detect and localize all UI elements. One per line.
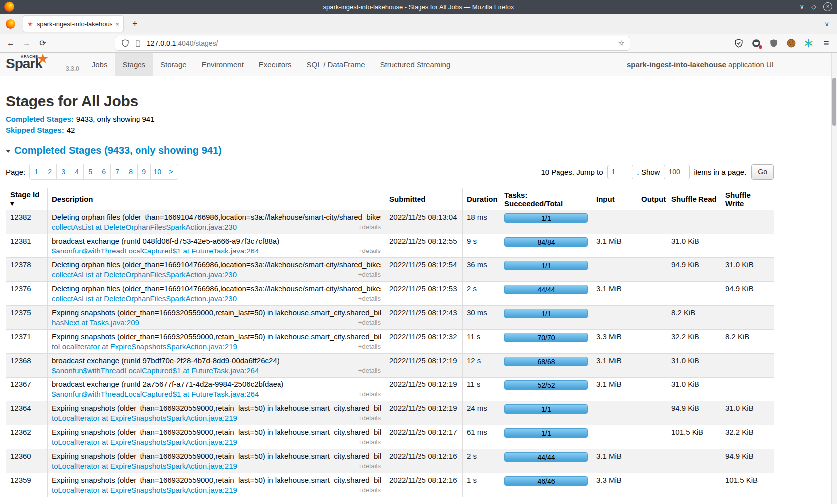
close-button[interactable]: ×	[823, 2, 832, 11]
details-toggle[interactable]: +details	[358, 462, 381, 470]
color-asterisk-icon[interactable]	[804, 38, 814, 48]
stage-callsite-link[interactable]: toLocalIterator at ExpireSnapshotsSparkA…	[52, 414, 237, 422]
details-toggle[interactable]: +details	[358, 414, 381, 422]
details-toggle[interactable]: +details	[358, 223, 381, 231]
collapse-arrow-icon	[6, 150, 11, 153]
menu-icon[interactable]: ≡	[821, 38, 831, 48]
page-number-button[interactable]: 4	[70, 164, 84, 179]
header-shuffle-write[interactable]: Shuffle Write	[721, 188, 774, 210]
page-number-button[interactable]: 7	[111, 164, 124, 179]
submitted-cell: 2022/11/25 08:13:04	[385, 210, 463, 234]
firefox-view-icon[interactable]	[6, 19, 15, 29]
scrollbar-track[interactable]	[831, 53, 837, 504]
stage-callsite-link[interactable]: toLocalIterator at ExpireSnapshotsSparkA…	[52, 486, 237, 494]
description-cell: broadcast exchange (runId 2a75677f-a771-…	[48, 378, 385, 401]
spark-nav-tab[interactable]: Storage	[153, 53, 194, 76]
go-button[interactable]: Go	[751, 164, 774, 180]
input-cell	[592, 258, 637, 282]
spark-version: 3.3.0	[66, 65, 79, 72]
minimize-button[interactable]: ∨	[799, 2, 804, 11]
stage-callsite-link[interactable]: toLocalIterator at ExpireSnapshotsSparkA…	[52, 462, 237, 470]
completed-stages-label: Completed Stages:	[6, 115, 74, 123]
cookie-icon[interactable]	[786, 38, 796, 48]
submitted-cell: 2022/11/25 08:12:53	[385, 282, 463, 306]
details-toggle[interactable]: +details	[358, 367, 381, 374]
details-toggle[interactable]: +details	[358, 486, 381, 494]
details-toggle[interactable]: +details	[358, 295, 381, 302]
page-number-button[interactable]: 9	[138, 164, 151, 179]
details-toggle[interactable]: +details	[358, 271, 381, 278]
details-toggle[interactable]: +details	[358, 390, 381, 398]
page-number-button[interactable]: 6	[97, 164, 111, 179]
stage-callsite-link[interactable]: collectAsList at DeleteOrphanFilesSparkA…	[52, 294, 237, 303]
output-cell	[637, 330, 667, 354]
items-per-page-input[interactable]	[664, 165, 690, 179]
forward-button[interactable]: →	[19, 39, 35, 48]
bookmark-star-icon[interactable]: ☆	[618, 39, 625, 48]
details-toggle[interactable]: +details	[358, 343, 381, 350]
header-output[interactable]: Output	[637, 188, 667, 210]
spark-nav-tab[interactable]: SQL / DataFrame	[299, 53, 373, 76]
header-shuffle-read[interactable]: Shuffle Read	[667, 188, 721, 210]
details-toggle[interactable]: +details	[358, 438, 381, 446]
stage-callsite-link[interactable]: $anonfun$withThreadLocalCaptured$1 at Fu…	[52, 390, 259, 398]
spark-nav-tab[interactable]: Stages	[115, 53, 153, 76]
back-button[interactable]: ←	[3, 39, 19, 48]
browser-tab[interactable]: ★ spark-ingest-into-lakehous ×	[23, 16, 123, 32]
stage-callsite-link[interactable]: toLocalIterator at ExpireSnapshotsSparkA…	[52, 342, 237, 351]
spark-nav-tab[interactable]: Environment	[194, 53, 251, 76]
page-number-button[interactable]: 2	[43, 164, 57, 179]
input-cell: 3.1 MiB	[592, 378, 637, 401]
header-description[interactable]: Description	[48, 188, 385, 210]
header-tasks[interactable]: Tasks: Succeeded/Total	[500, 188, 592, 210]
stage-callsite-link[interactable]: toLocalIterator at ExpireSnapshotsSparkA…	[52, 438, 237, 446]
stage-callsite-link[interactable]: $anonfun$withThreadLocalCaptured$1 at Fu…	[52, 366, 259, 375]
stage-callsite-link[interactable]: collectAsList at DeleteOrphanFilesSparkA…	[52, 223, 237, 231]
header-duration[interactable]: Duration	[463, 188, 500, 210]
header-submitted[interactable]: Submitted	[385, 188, 463, 210]
details-toggle[interactable]: +details	[358, 319, 381, 326]
stage-callsite-link[interactable]: $anonfun$withThreadLocalCaptured$1 at Fu…	[52, 247, 259, 255]
tasks-progress-bar: 68/68	[504, 357, 588, 366]
tab-close-icon[interactable]: ×	[115, 20, 119, 28]
nav-tab-label: Jobs	[92, 60, 108, 69]
url-bar[interactable]: 127.0.0.1 :4040/stages/ ☆	[115, 36, 630, 51]
tab-list-chevron-icon[interactable]: ∨	[824, 20, 829, 28]
input-cell: 3.1 MiB	[592, 354, 637, 378]
shuffle-read-cell: 32.2 KiB	[667, 330, 721, 354]
header-input[interactable]: Input	[592, 188, 637, 210]
spark-logo[interactable]: APACHE Spark ★	[6, 53, 64, 76]
mask-icon[interactable]	[751, 38, 761, 48]
stage-callsite-link[interactable]: hasNext at Tasks.java:209	[52, 318, 139, 327]
url-host: 127.0.0.1	[147, 39, 176, 47]
spark-nav-tab[interactable]: Jobs	[84, 53, 115, 76]
tracking-shield-icon[interactable]	[120, 38, 130, 48]
jump-to-page-input[interactable]	[607, 165, 633, 179]
page-number-button[interactable]: 3	[57, 164, 70, 179]
ublock-shield-icon[interactable]	[769, 38, 779, 48]
page-number-button[interactable]: >	[164, 164, 178, 179]
page-number-button[interactable]: 1	[30, 164, 43, 179]
page-number-button[interactable]: 10	[151, 164, 164, 179]
completed-stages-value: 9433, only showing 941	[76, 115, 155, 123]
page-number-button[interactable]: 8	[124, 164, 138, 179]
reload-button[interactable]: ⟳	[35, 38, 51, 48]
stage-description: Expiring snapshots (older_than=166932055…	[52, 452, 381, 460]
scrollbar-thumb[interactable]	[832, 78, 836, 126]
stage-callsite-link[interactable]: collectAsList at DeleteOrphanFilesSparkA…	[52, 270, 237, 279]
completed-stages-section-toggle[interactable]: Completed Stages (9433, only showing 941…	[6, 145, 774, 156]
spark-nav-tab[interactable]: Structured Streaming	[373, 53, 458, 76]
header-stage-id[interactable]: Stage Id ▾	[6, 188, 48, 210]
page-info-icon[interactable]	[133, 38, 143, 48]
table-row: 12368 broadcast exchange (runId 97bdf70e…	[6, 354, 774, 378]
tasks-progress-label: 1/1	[541, 310, 551, 318]
details-toggle[interactable]: +details	[358, 247, 381, 254]
new-tab-button[interactable]: +	[132, 19, 138, 29]
maximize-button[interactable]: ◇	[811, 2, 816, 11]
page-number-button[interactable]: 5	[84, 164, 97, 179]
error-badge	[759, 45, 762, 49]
submitted-cell: 2022/11/25 08:12:19	[385, 401, 463, 425]
spark-nav-tab[interactable]: Executors	[251, 53, 299, 76]
tab-title: spark-ingest-into-lakehous	[37, 20, 113, 28]
shield-check-icon[interactable]	[734, 38, 744, 48]
